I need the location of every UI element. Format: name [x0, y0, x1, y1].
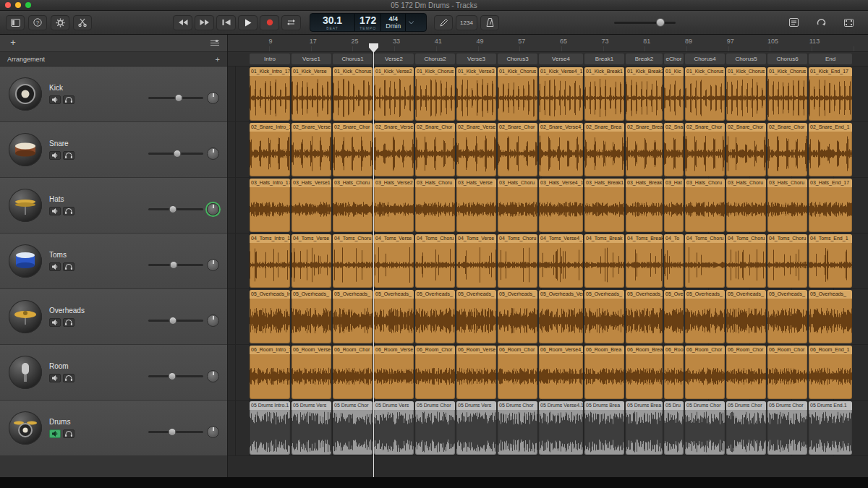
region-snare-echor[interactable]: 02_Sna: [664, 123, 684, 176]
region-drums-chorus2[interactable]: 05 Drums Chor: [415, 401, 455, 455]
arrangement-marker-end[interactable]: End: [809, 53, 852, 64]
arrangement-marker-intro[interactable]: Intro: [250, 53, 290, 64]
region-overheads-chorus4[interactable]: 05_Overheads_: [685, 290, 725, 343]
region-drums-chorus4[interactable]: 05 Drums Chor: [685, 401, 725, 455]
region-snare-verse2[interactable]: 02_Snare_Verse: [374, 123, 414, 176]
arrangement-marker-verse4[interactable]: Verse4: [539, 53, 583, 64]
track-header-kick[interactable]: Kick: [0, 67, 227, 122]
region-toms-chorus3[interactable]: 04_Toms_Choru: [498, 234, 537, 288]
region-snare-break1[interactable]: 02_Snare_Brea: [584, 123, 624, 176]
lcd-options-button[interactable]: [406, 14, 417, 31]
playhead-line[interactable]: [373, 44, 374, 477]
region-snare-chorus5[interactable]: 02_Snare_Chor: [726, 123, 766, 176]
arrangement-marker-chorus2[interactable]: Chorus2: [415, 53, 455, 64]
region-kick-break1[interactable]: 01_Kick_Break1: [584, 67, 624, 121]
notepad-button[interactable]: [784, 15, 803, 30]
region-drums-verse4[interactable]: 05 Drums Verse4.1: [539, 401, 583, 455]
arrangement-header-row[interactable]: Arrangement +: [0, 52, 227, 67]
volume-slider[interactable]: [148, 208, 203, 210]
region-hats-verse1[interactable]: 03_Hats_Verse1: [292, 179, 331, 232]
mute-button[interactable]: [49, 374, 61, 382]
volume-thumb[interactable]: [169, 205, 177, 213]
forward-button[interactable]: [195, 15, 214, 30]
region-hats-chorus5[interactable]: 03_Hats_Choru: [726, 179, 766, 232]
volume-slider[interactable]: [148, 320, 203, 322]
arrangement-marker-chorus4[interactable]: Chorus4: [685, 53, 725, 64]
region-snare-chorus6[interactable]: 02_Snare_Chor: [767, 123, 807, 176]
region-overheads-chorus1[interactable]: 05_Overheads_: [333, 290, 373, 343]
region-snare-chorus1[interactable]: 02_Snare_Chor: [333, 123, 373, 176]
region-overheads-intro[interactable]: 05_Overheads_Int: [250, 290, 290, 343]
region-toms-verse3[interactable]: 04_Toms_Verse: [456, 234, 496, 288]
region-overheads-echor[interactable]: 05_Ove: [664, 290, 684, 343]
zoom-window-button[interactable]: [25, 2, 31, 8]
pencil-tool-button[interactable]: [434, 15, 453, 30]
volume-thumb[interactable]: [169, 428, 176, 436]
region-hats-verse4[interactable]: 03_Hats_Verse4_172: [539, 179, 583, 232]
region-toms-verse2[interactable]: 04_Toms_Verse: [374, 234, 414, 288]
region-toms-chorus5[interactable]: 04_Toms_Choru: [726, 234, 766, 288]
region-toms-intro[interactable]: 04_Toms_Intro_17: [250, 234, 290, 288]
region-snare-break2[interactable]: 02_Snare_Brea: [626, 123, 663, 176]
region-room-chorus5[interactable]: 06_Room_Chor: [726, 346, 766, 399]
region-overheads-verse3[interactable]: 05_Overheads_: [456, 290, 496, 343]
lcd-position-segment[interactable]: 30.1 BEAT: [310, 14, 355, 31]
region-room-intro[interactable]: 06_Room_Intro_17: [250, 346, 290, 399]
region-toms-chorus4[interactable]: 04_Toms_Choru: [685, 234, 725, 288]
track-header-overheads[interactable]: Overheads: [0, 289, 227, 345]
volume-slider[interactable]: [148, 375, 203, 377]
record-button[interactable]: [260, 15, 279, 30]
region-kick-end[interactable]: 01_Kick_End_17: [809, 67, 852, 121]
region-kick-chorus3[interactable]: 01_Kick_Chorus: [498, 67, 537, 121]
track-header-hats[interactable]: Hats: [0, 178, 227, 234]
region-hats-break1[interactable]: 03_Hats_Break1: [584, 179, 624, 232]
region-toms-end[interactable]: 04_Toms_End_1: [809, 234, 852, 288]
region-kick-verse3[interactable]: 01_Kick_Verse3: [456, 67, 496, 121]
lcd-key-segment[interactable]: 4/4 Dmin: [381, 14, 406, 31]
region-snare-end[interactable]: 02_Snare_End_1: [809, 123, 852, 176]
volume-slider[interactable]: [148, 264, 203, 266]
region-kick-verse1[interactable]: 01_Kick_Verse: [292, 67, 331, 121]
region-room-chorus2[interactable]: 06_Room_Chor: [415, 346, 455, 399]
region-toms-chorus1[interactable]: 04_Toms_Choru: [333, 234, 373, 288]
region-room-verse3[interactable]: 06_Room_Verse: [456, 346, 496, 399]
volume-slider[interactable]: [148, 431, 203, 433]
volume-thumb[interactable]: [169, 261, 177, 269]
region-kick-verse4[interactable]: 01_Kick_Verse4_17: [539, 67, 583, 121]
region-hats-end[interactable]: 03_Hats_End_17: [809, 179, 852, 232]
volume-thumb[interactable]: [173, 150, 181, 158]
region-snare-intro[interactable]: 02_Snare_Intro_17: [250, 123, 290, 176]
add-arrangement-marker-button[interactable]: +: [216, 55, 220, 64]
region-snare-verse3[interactable]: 02_Snare_Verse: [456, 123, 496, 176]
solo-button[interactable]: [63, 207, 75, 215]
master-volume-slider[interactable]: [614, 22, 676, 24]
region-kick-chorus5[interactable]: 01_Kick_Chorus: [726, 67, 766, 121]
volume-slider[interactable]: [148, 153, 203, 155]
pan-knob[interactable]: [207, 92, 219, 104]
region-overheads-chorus2[interactable]: 05_Overheads_: [415, 290, 455, 343]
region-drums-verse3[interactable]: 05 Drums Vers: [456, 401, 496, 455]
track-zoom-control[interactable]: [210, 39, 220, 47]
volume-thumb[interactable]: [169, 372, 176, 380]
region-hats-intro[interactable]: 03_Hats_Intro_172: [250, 179, 290, 232]
region-hats-verse2[interactable]: 03_Hats_Verse2: [374, 179, 414, 232]
region-toms-break2[interactable]: 04_Toms_Break: [626, 234, 663, 288]
pan-knob[interactable]: [207, 370, 219, 382]
arrangement-marker-verse1[interactable]: Verse1: [292, 53, 331, 64]
play-button[interactable]: [238, 15, 258, 30]
region-room-chorus1[interactable]: 06_Room_Chor: [333, 346, 373, 399]
region-toms-verse1[interactable]: 04_Toms_Verse: [292, 234, 331, 288]
lcd-display[interactable]: 30.1 BEAT 172 TEMPO 4/4 Dmin: [310, 13, 427, 32]
arrangement-marker-verse2[interactable]: Verse2: [374, 53, 414, 64]
region-hats-chorus1[interactable]: 03_Hats_Choru: [333, 179, 373, 232]
region-hats-chorus6[interactable]: 03_Hats_Choru: [767, 179, 807, 232]
ruler[interactable]: 91725334149576573818997105113: [228, 35, 868, 52]
track-header-snare[interactable]: Snare: [0, 122, 227, 178]
solo-button[interactable]: [63, 262, 75, 271]
region-toms-chorus2[interactable]: 04_Toms_Choru: [415, 234, 455, 288]
arrangement-marker-chorus6[interactable]: Chorus6: [767, 53, 807, 64]
metronome-button[interactable]: [480, 15, 499, 30]
region-overheads-chorus6[interactable]: 05_Overheads_: [767, 290, 807, 343]
region-room-verse1[interactable]: 06_Room_Verse: [292, 346, 331, 399]
solo-button[interactable]: [63, 95, 75, 104]
